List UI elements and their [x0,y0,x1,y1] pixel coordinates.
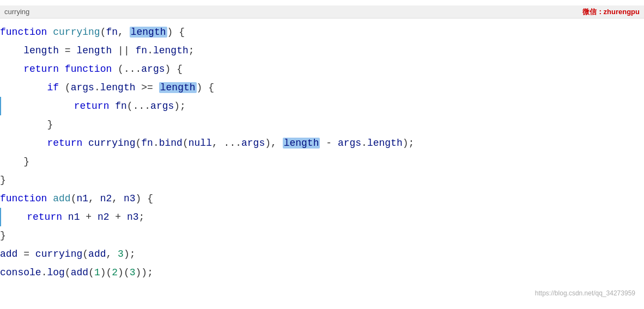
code-pre: function currying(fn, length) { length =… [0,23,644,282]
title-bar: currying 微信：zhurengpu [0,5,644,18]
code-body: function currying(fn, length) { length =… [0,18,644,286]
watermark: https://blog.csdn.net/qq_34273959 [535,284,635,302]
code-line-1: function currying(fn, length) { length =… [0,27,414,278]
code-container: currying 微信：zhurengpu function currying(… [0,0,644,309]
